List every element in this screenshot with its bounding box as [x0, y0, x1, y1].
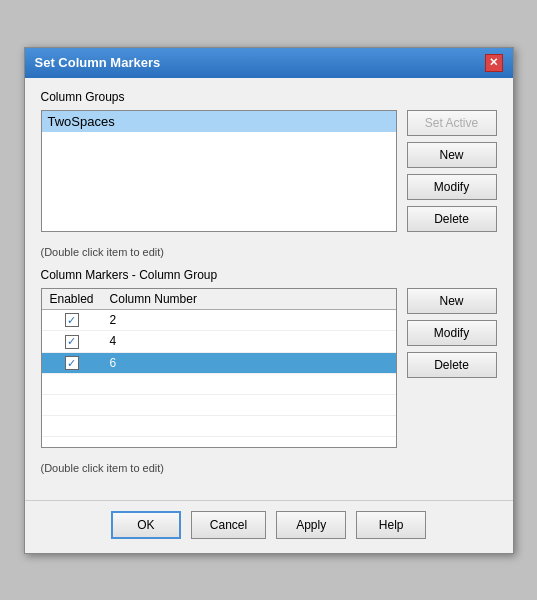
column-markers-label: Column Markers - Column Group [41, 268, 497, 282]
dialog-body: Column Groups TwoSpaces Set Active New M… [25, 78, 513, 496]
column-groups-label: Column Groups [41, 90, 497, 104]
footer-buttons: OK Cancel Apply Help [25, 500, 513, 553]
delete-button-groups[interactable]: Delete [407, 206, 497, 232]
modify-button-markers[interactable]: Modify [407, 320, 497, 346]
column-groups-hint: (Double click item to edit) [41, 246, 497, 258]
title-bar: Set Column Markers ✕ [25, 48, 513, 78]
col-enabled-header: Enabled [42, 289, 102, 310]
enabled-checkbox-2[interactable] [65, 335, 79, 349]
close-button[interactable]: ✕ [485, 54, 503, 72]
set-column-markers-dialog: Set Column Markers ✕ Column Groups TwoSp… [24, 47, 514, 554]
table-row [42, 395, 396, 416]
column-markers-hint: (Double click item to edit) [41, 462, 497, 474]
table-row[interactable]: 2 [42, 309, 396, 331]
column-markers-table: Enabled Column Number 2 4 [42, 289, 396, 438]
ok-button[interactable]: OK [111, 511, 181, 539]
table-row [42, 374, 396, 395]
column-number-3: 6 [102, 352, 396, 374]
dialog-title: Set Column Markers [35, 55, 161, 70]
new-button-groups[interactable]: New [407, 142, 497, 168]
help-button[interactable]: Help [356, 511, 426, 539]
table-row[interactable]: 6 [42, 352, 396, 374]
column-markers-row: Enabled Column Number 2 4 [41, 288, 497, 448]
new-button-markers[interactable]: New [407, 288, 497, 314]
enabled-checkbox-3[interactable] [65, 356, 79, 370]
delete-button-markers[interactable]: Delete [407, 352, 497, 378]
column-groups-row: TwoSpaces Set Active New Modify Delete [41, 110, 497, 232]
modify-button-groups[interactable]: Modify [407, 174, 497, 200]
column-markers-table-panel[interactable]: Enabled Column Number 2 4 [41, 288, 397, 448]
enabled-checkbox-1[interactable] [65, 313, 79, 327]
col-number-header: Column Number [102, 289, 396, 310]
column-number-2: 4 [102, 331, 396, 353]
set-active-button[interactable]: Set Active [407, 110, 497, 136]
table-row[interactable]: 4 [42, 331, 396, 353]
apply-button[interactable]: Apply [276, 511, 346, 539]
column-markers-buttons: New Modify Delete [407, 288, 497, 448]
column-groups-list[interactable]: TwoSpaces [41, 110, 397, 232]
column-groups-buttons: Set Active New Modify Delete [407, 110, 497, 232]
table-row [42, 416, 396, 437]
column-number-1: 2 [102, 309, 396, 331]
cancel-button[interactable]: Cancel [191, 511, 266, 539]
list-item[interactable]: TwoSpaces [42, 111, 396, 132]
